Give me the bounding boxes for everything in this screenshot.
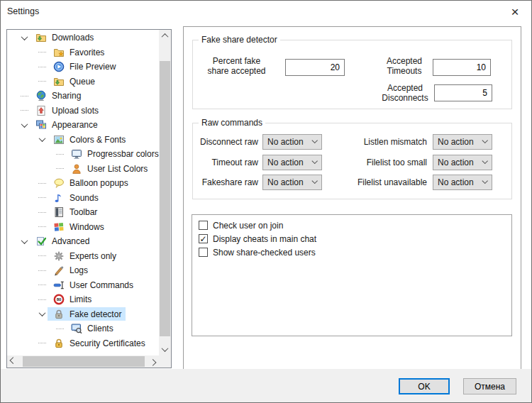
chevron-down-icon <box>38 309 45 316</box>
tree-item-logs[interactable]: Logs <box>7 263 159 278</box>
vertical-scroll-thumb[interactable] <box>160 61 170 336</box>
expand-chevron-icon[interactable] <box>36 137 48 142</box>
scroll-right-button[interactable] <box>147 355 159 368</box>
disconnect-raw-dropdown[interactable]: No action <box>262 134 322 150</box>
filelist-too-small-dropdown[interactable]: No action <box>433 155 492 170</box>
horizontal-scroll-thumb[interactable] <box>23 356 145 367</box>
monitor-icon <box>71 148 82 160</box>
tree-item-clients[interactable]: Clients <box>7 321 159 336</box>
tree-item-sounds[interactable]: Sounds <box>7 191 159 206</box>
tree-item-content: Appearance <box>30 118 102 132</box>
ok-button[interactable]: OK <box>399 378 450 394</box>
expand-chevron-icon[interactable] <box>36 311 48 316</box>
tree-item-fake-detector[interactable]: Fake detector <box>7 307 159 322</box>
tree-vertical-scrollbar[interactable] <box>159 30 171 355</box>
scroll-left-button[interactable] <box>7 355 19 368</box>
titlebar: Settings × <box>1 1 531 22</box>
tree-item-limits[interactable]: 80Limits <box>7 292 159 307</box>
chevron-down-icon <box>311 158 317 164</box>
tree-item-content: Advanced <box>30 235 94 248</box>
tree-item-label: Security Certificates <box>69 338 146 348</box>
tree-item-upload-slots[interactable]: Upload slots <box>7 104 159 118</box>
fakeshare-raw-dropdown[interactable]: No action <box>262 175 322 190</box>
scroll-up-button[interactable] <box>159 30 171 42</box>
accepted-timeouts-label: Accepted Timeouts <box>379 56 430 76</box>
filelist-unavailable-dropdown[interactable]: No action <box>433 175 492 190</box>
tree-item-colors-fonts[interactable]: Colors & Fonts <box>7 133 159 148</box>
tree-item-toolbar[interactable]: Toolbar <box>7 205 159 220</box>
dropdown-value: No action <box>267 177 304 187</box>
accepted-timeouts-input[interactable] <box>433 59 491 76</box>
expand-chevron-icon[interactable] <box>18 35 30 40</box>
tree-item-security-certificates[interactable]: Security Certificates <box>7 336 159 351</box>
dropdown-value: No action <box>438 158 474 167</box>
tree-item-user-commands[interactable]: User Commands <box>7 278 159 293</box>
fakeshare-raw-label: Fakeshare raw <box>193 175 258 190</box>
folder-star-icon <box>53 47 65 58</box>
tree-item-label: Windows <box>69 222 105 232</box>
fake-share-detector-group: Fake share detector Percent fake share a… <box>192 40 512 109</box>
chevron-left-icon <box>10 357 17 364</box>
tree-item-content: File Preview <box>48 60 120 74</box>
percent-fake-share-input[interactable] <box>285 59 345 76</box>
tree-connector <box>36 343 48 343</box>
person-icon <box>71 163 82 175</box>
tree-item-file-preview[interactable]: File Preview <box>7 60 159 74</box>
tree-item-label: User Commands <box>69 280 134 290</box>
cancel-button[interactable]: Отмена <box>463 378 516 394</box>
chevron-down-icon <box>162 345 169 352</box>
check-page-icon <box>35 236 47 247</box>
tree-item-appearance[interactable]: Appearance <box>7 118 159 133</box>
tree-item-label: File Preview <box>69 62 116 72</box>
checkbox-show-share-checked-users-unchecked[interactable] <box>199 248 208 257</box>
tree-connector <box>36 52 48 53</box>
tree-connector <box>36 81 48 82</box>
accepted-disconnects-label: Accepted Disconnects <box>373 83 437 103</box>
tree-item-balloon-popups[interactable]: Balloon popups <box>7 176 159 191</box>
tree-item-windows[interactable]: Windows <box>7 220 159 235</box>
tree-item-content: Upload slots <box>30 104 103 117</box>
tree-item-content: Progressbar colors <box>65 148 159 161</box>
close-button[interactable]: × <box>499 1 531 22</box>
expand-chevron-icon[interactable] <box>18 239 30 244</box>
tree-item-experts-only[interactable]: Experts only <box>7 249 159 264</box>
tree-connector <box>36 255 48 256</box>
tree-item-label: Logs <box>69 265 89 275</box>
raw-commands-group: Raw commands Disconnect rawNo actionTime… <box>192 123 512 199</box>
check-row-display-cheats-in-main-chat[interactable]: ✓Display cheats in main chat <box>199 232 511 245</box>
tree-item-content: Favorites <box>48 45 109 59</box>
expand-chevron-icon[interactable] <box>18 123 30 128</box>
tree-item-favorites[interactable]: Favorites <box>7 45 159 60</box>
tree-item-downloads[interactable]: Downloads <box>7 31 159 45</box>
chevron-down-icon <box>21 121 28 128</box>
tree-item-content: Downloads <box>30 31 98 45</box>
listlen-mismatch-dropdown[interactable]: No action <box>433 134 492 150</box>
tree-item-sharing[interactable]: Sharing <box>7 89 159 104</box>
checkbox-check-user-on-join-unchecked[interactable] <box>199 221 208 230</box>
checkbox-display-cheats-in-main-chat-checked[interactable]: ✓ <box>199 234 208 243</box>
tree-item-label: Queue <box>69 77 96 87</box>
scroll-down-button[interactable] <box>159 343 171 355</box>
dropdown-value: No action <box>267 158 304 167</box>
chevron-down-icon <box>21 33 28 40</box>
tree-item-advanced[interactable]: Advanced <box>7 234 159 249</box>
tree-item-queue[interactable]: Queue <box>7 74 159 89</box>
tree-item-user-list-colors[interactable]: User List Colors <box>7 162 159 177</box>
chevron-down-icon <box>311 138 317 143</box>
timeout-raw-dropdown[interactable]: No action <box>262 155 322 170</box>
tree-item-label: Limits <box>69 294 92 304</box>
tree-connector <box>36 67 48 67</box>
tree-connector <box>36 212 48 213</box>
folder-download-icon <box>35 32 47 43</box>
check-row-check-user-on-join[interactable]: Check user on join <box>199 219 511 232</box>
cheat-options-box: Check user on join✓Display cheats in mai… <box>192 214 512 336</box>
limit-sign-icon: 80 <box>53 294 65 305</box>
settings-tree: DownloadsFavoritesFile PreviewQueueShari… <box>6 29 172 368</box>
tree-horizontal-scrollbar[interactable] <box>7 355 159 368</box>
picture-icon <box>53 134 65 145</box>
tree-item-progressbar-colors[interactable]: Progressbar colors <box>7 147 159 162</box>
check-row-show-share-checked-users[interactable]: Show share-checked users <box>199 245 511 259</box>
accepted-disconnects-input[interactable] <box>434 84 492 101</box>
settings-window: Settings × DownloadsFavoritesFile Previe… <box>0 0 532 403</box>
chevron-up-icon <box>162 33 169 40</box>
